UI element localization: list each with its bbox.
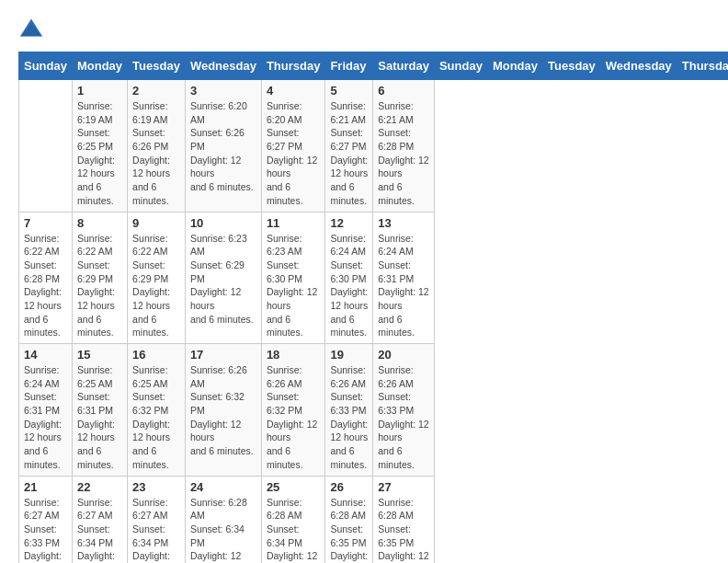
day-number: 16 xyxy=(132,348,180,362)
calendar-cell: 11Sunrise: 6:23 AMSunset: 6:30 PMDayligh… xyxy=(261,212,325,344)
day-info: Sunrise: 6:27 AMSunset: 6:34 PMDaylight:… xyxy=(77,496,122,564)
day-number: 24 xyxy=(190,480,256,494)
calendar-cell: 3Sunrise: 6:20 AMSunset: 6:26 PMDaylight… xyxy=(185,80,261,213)
calendar-cell: 23Sunrise: 6:27 AMSunset: 6:34 PMDayligh… xyxy=(128,476,186,563)
calendar-cell: 13Sunrise: 6:24 AMSunset: 6:31 PMDayligh… xyxy=(373,212,435,344)
calendar-cell: 20Sunrise: 6:26 AMSunset: 6:33 PMDayligh… xyxy=(373,344,435,477)
calendar-cell: 6Sunrise: 6:21 AMSunset: 6:28 PMDaylight… xyxy=(373,80,435,213)
day-number: 21 xyxy=(24,480,67,494)
calendar-cell xyxy=(19,80,73,213)
header-friday: Friday xyxy=(325,52,373,80)
day-number: 17 xyxy=(190,348,256,362)
calendar-cell: 10Sunrise: 6:23 AMSunset: 6:29 PMDayligh… xyxy=(185,212,261,344)
day-number: 7 xyxy=(24,216,67,230)
day-number: 3 xyxy=(190,84,256,98)
calendar-cell: 27Sunrise: 6:28 AMSunset: 6:35 PMDayligh… xyxy=(373,476,435,563)
day-number: 26 xyxy=(330,480,368,494)
day-number: 20 xyxy=(378,348,429,362)
day-number: 12 xyxy=(330,216,368,230)
day-number: 1 xyxy=(77,84,122,98)
header-monday: Monday xyxy=(487,52,542,80)
calendar-week-row: 7Sunrise: 6:22 AMSunset: 6:28 PMDaylight… xyxy=(19,212,729,344)
calendar-cell: 25Sunrise: 6:28 AMSunset: 6:34 PMDayligh… xyxy=(261,476,325,563)
day-number: 27 xyxy=(378,480,429,494)
header-wednesday: Wednesday xyxy=(185,52,261,80)
day-info: Sunrise: 6:27 AMSunset: 6:34 PMDaylight:… xyxy=(132,496,180,564)
day-info: Sunrise: 6:26 AMSunset: 6:33 PMDaylight:… xyxy=(378,363,429,472)
day-number: 15 xyxy=(77,348,122,362)
calendar-cell: 14Sunrise: 6:24 AMSunset: 6:31 PMDayligh… xyxy=(19,344,73,477)
day-info: Sunrise: 6:21 AMSunset: 6:27 PMDaylight:… xyxy=(330,99,368,208)
day-info: Sunrise: 6:25 AMSunset: 6:31 PMDaylight:… xyxy=(77,363,122,472)
logo-icon xyxy=(20,18,42,37)
calendar-header-row: SundayMondayTuesdayWednesdayThursdayFrid… xyxy=(19,52,729,80)
calendar-cell: 1Sunrise: 6:19 AMSunset: 6:25 PMDaylight… xyxy=(72,80,127,213)
header-thursday: Thursday xyxy=(261,52,325,80)
calendar-cell: 7Sunrise: 6:22 AMSunset: 6:28 PMDaylight… xyxy=(19,212,73,344)
day-info: Sunrise: 6:28 AMSunset: 6:34 PMDaylight:… xyxy=(190,496,256,564)
day-info: Sunrise: 6:24 AMSunset: 6:31 PMDaylight:… xyxy=(24,363,67,472)
day-info: Sunrise: 6:25 AMSunset: 6:32 PMDaylight:… xyxy=(132,363,180,472)
day-number: 19 xyxy=(330,348,368,362)
day-number: 11 xyxy=(267,216,321,230)
day-info: Sunrise: 6:28 AMSunset: 6:34 PMDaylight:… xyxy=(267,496,321,564)
day-info: Sunrise: 6:19 AMSunset: 6:26 PMDaylight:… xyxy=(132,99,180,208)
day-number: 4 xyxy=(267,84,321,98)
calendar-cell: 21Sunrise: 6:27 AMSunset: 6:33 PMDayligh… xyxy=(19,476,73,563)
day-info: Sunrise: 6:23 AMSunset: 6:30 PMDaylight:… xyxy=(267,232,321,340)
day-info: Sunrise: 6:26 AMSunset: 6:32 PMDaylight:… xyxy=(267,363,321,472)
day-number: 5 xyxy=(330,84,368,98)
calendar-cell: 24Sunrise: 6:28 AMSunset: 6:34 PMDayligh… xyxy=(185,476,261,563)
calendar-cell: 5Sunrise: 6:21 AMSunset: 6:27 PMDaylight… xyxy=(325,80,373,213)
header-monday: Monday xyxy=(72,52,127,80)
day-number: 18 xyxy=(267,348,321,362)
day-info: Sunrise: 6:24 AMSunset: 6:30 PMDaylight:… xyxy=(330,232,368,340)
calendar-cell: 22Sunrise: 6:27 AMSunset: 6:34 PMDayligh… xyxy=(72,476,127,563)
day-info: Sunrise: 6:27 AMSunset: 6:33 PMDaylight:… xyxy=(24,496,67,564)
header-sunday: Sunday xyxy=(19,52,73,80)
day-number: 2 xyxy=(132,84,180,98)
header-tuesday: Tuesday xyxy=(543,52,601,80)
day-info: Sunrise: 6:28 AMSunset: 6:35 PMDaylight:… xyxy=(330,496,368,564)
header-tuesday: Tuesday xyxy=(128,52,186,80)
calendar-cell: 4Sunrise: 6:20 AMSunset: 6:27 PMDaylight… xyxy=(261,80,325,213)
calendar-cell: 19Sunrise: 6:26 AMSunset: 6:33 PMDayligh… xyxy=(325,344,373,477)
calendar-cell: 12Sunrise: 6:24 AMSunset: 6:30 PMDayligh… xyxy=(325,212,373,344)
day-info: Sunrise: 6:20 AMSunset: 6:27 PMDaylight:… xyxy=(267,99,321,208)
day-number: 6 xyxy=(378,84,429,98)
calendar-cell: 2Sunrise: 6:19 AMSunset: 6:26 PMDaylight… xyxy=(128,80,186,213)
calendar-cell: 8Sunrise: 6:22 AMSunset: 6:29 PMDaylight… xyxy=(72,212,127,344)
day-info: Sunrise: 6:21 AMSunset: 6:28 PMDaylight:… xyxy=(378,99,429,208)
calendar-cell: 18Sunrise: 6:26 AMSunset: 6:32 PMDayligh… xyxy=(261,344,325,477)
svg-marker-1 xyxy=(20,24,42,37)
calendar-cell: 26Sunrise: 6:28 AMSunset: 6:35 PMDayligh… xyxy=(325,476,373,563)
day-info: Sunrise: 6:26 AMSunset: 6:32 PMDaylight:… xyxy=(190,363,256,458)
calendar-cell: 17Sunrise: 6:26 AMSunset: 6:32 PMDayligh… xyxy=(185,344,261,477)
day-info: Sunrise: 6:22 AMSunset: 6:28 PMDaylight:… xyxy=(24,232,67,340)
calendar-week-row: 21Sunrise: 6:27 AMSunset: 6:33 PMDayligh… xyxy=(19,476,729,563)
calendar-cell: 16Sunrise: 6:25 AMSunset: 6:32 PMDayligh… xyxy=(128,344,186,477)
day-number: 14 xyxy=(24,348,67,362)
day-number: 25 xyxy=(267,480,321,494)
day-number: 23 xyxy=(132,480,180,494)
logo xyxy=(18,18,42,37)
day-info: Sunrise: 6:28 AMSunset: 6:35 PMDaylight:… xyxy=(378,496,429,564)
calendar-cell: 15Sunrise: 6:25 AMSunset: 6:31 PMDayligh… xyxy=(72,344,127,477)
day-info: Sunrise: 6:26 AMSunset: 6:33 PMDaylight:… xyxy=(330,363,368,472)
calendar-week-row: 1Sunrise: 6:19 AMSunset: 6:25 PMDaylight… xyxy=(19,80,729,213)
day-number: 9 xyxy=(132,216,180,230)
day-number: 22 xyxy=(77,480,122,494)
calendar-week-row: 14Sunrise: 6:24 AMSunset: 6:31 PMDayligh… xyxy=(19,344,729,477)
day-info: Sunrise: 6:23 AMSunset: 6:29 PMDaylight:… xyxy=(190,232,256,327)
day-info: Sunrise: 6:19 AMSunset: 6:25 PMDaylight:… xyxy=(77,99,122,208)
day-info: Sunrise: 6:24 AMSunset: 6:31 PMDaylight:… xyxy=(378,232,429,340)
day-info: Sunrise: 6:20 AMSunset: 6:26 PMDaylight:… xyxy=(190,99,256,194)
header-sunday: Sunday xyxy=(434,52,487,80)
day-number: 13 xyxy=(378,216,429,230)
header-thursday: Thursday xyxy=(677,52,728,80)
calendar-table: SundayMondayTuesdayWednesdayThursdayFrid… xyxy=(18,52,728,563)
page-header xyxy=(18,18,710,37)
day-info: Sunrise: 6:22 AMSunset: 6:29 PMDaylight:… xyxy=(77,232,122,340)
day-number: 10 xyxy=(190,216,256,230)
day-number: 8 xyxy=(77,216,122,230)
